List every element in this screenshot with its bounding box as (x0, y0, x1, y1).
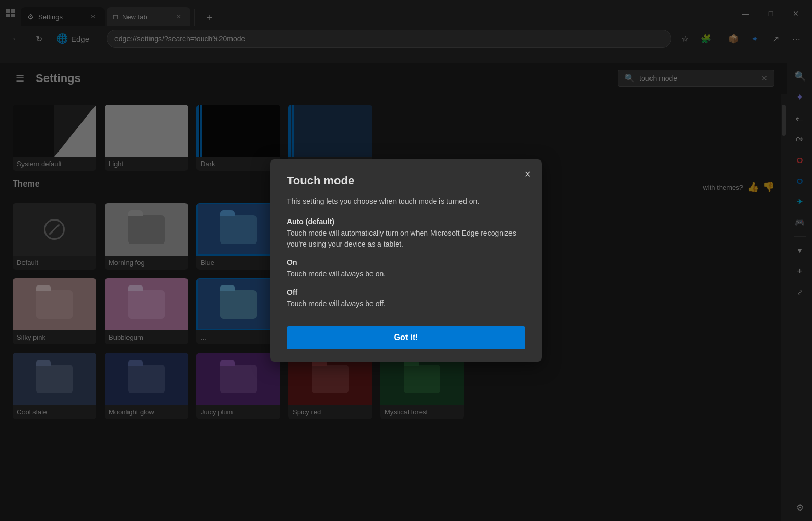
modal-auto-desc: Touch mode will automatically turn on wh… (287, 228, 525, 250)
touch-mode-modal: ✕ Touch mode This setting lets you choos… (270, 159, 542, 362)
modal-description: This setting lets you choose when touch … (287, 196, 525, 207)
modal-overlay: ✕ Touch mode This setting lets you choos… (0, 0, 812, 521)
modal-on-section: On Touch mode will always be on. (287, 258, 525, 280)
modal-off-section: Off Touch mode will always be off. (287, 288, 525, 309)
modal-auto-title: Auto (default) (287, 217, 525, 226)
modal-title: Touch mode (287, 174, 525, 188)
modal-close-button[interactable]: ✕ (519, 166, 536, 182)
modal-on-desc: Touch mode will always be on. (287, 269, 525, 280)
modal-on-title: On (287, 258, 525, 267)
modal-off-title: Off (287, 288, 525, 296)
got-it-button[interactable]: Got it! (287, 326, 525, 349)
modal-off-desc: Touch mode will always be off. (287, 298, 525, 309)
modal-auto-section: Auto (default) Touch mode will automatic… (287, 217, 525, 250)
